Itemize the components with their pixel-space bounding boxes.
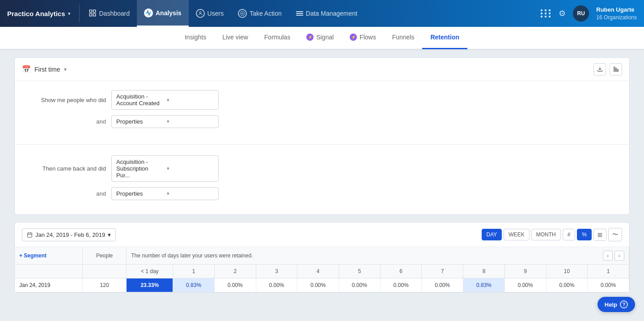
count-format-button[interactable]: # <box>563 229 576 240</box>
col-10: 10 <box>546 265 588 278</box>
cell-1: 0.83% <box>173 278 215 292</box>
signal-label: Signal <box>316 34 334 41</box>
svg-rect-1 <box>93 10 95 12</box>
month-view-button[interactable]: MONTH <box>531 229 561 240</box>
apps-grid-icon[interactable] <box>541 9 551 17</box>
people-header: People <box>82 247 126 265</box>
filter-card-header-right <box>593 63 622 76</box>
user-orgs: 16 Organizations <box>596 14 637 21</box>
svg-rect-0 <box>89 10 92 12</box>
subscription-arrow: ▾ <box>167 166 214 171</box>
date-range-label: Jan 24, 2019 - Feb 6, 2019 <box>35 231 105 238</box>
analysis-icon <box>144 9 153 17</box>
brand-logo[interactable]: Practico Analytics ▾ <box>7 10 77 17</box>
nav-item-data-management[interactable]: Data Management <box>289 0 364 27</box>
view-controls: DAY WEEK MONTH # % ⊞ 〜 <box>482 228 623 241</box>
users-icon <box>196 9 205 18</box>
col-prev-button[interactable]: ‹ <box>603 251 613 261</box>
acquisition-event-value: Acquisition - Account Created <box>116 93 163 107</box>
first-time-dropdown-icon[interactable]: ▾ <box>64 66 67 73</box>
tab-insights[interactable]: Insights <box>177 27 214 49</box>
user-avatar[interactable]: RU <box>573 5 589 21</box>
grid-dot <box>545 16 547 17</box>
help-question-icon: ? <box>620 300 628 308</box>
cell-2: 0.00% <box>214 278 256 292</box>
nav-item-users[interactable]: Users <box>189 0 231 27</box>
table-col-headers: < 1 day 1 2 3 4 5 6 7 8 9 10 1 <box>15 265 629 278</box>
settings-gear-icon[interactable]: ⚙ <box>559 9 566 18</box>
tab-flows[interactable]: ⚡ Flows <box>342 27 384 49</box>
cell-3: 0.00% <box>256 278 297 292</box>
tab-live-view[interactable]: Live view <box>214 27 256 49</box>
tab-funnels[interactable]: Funnels <box>384 27 423 49</box>
data-management-icon <box>296 11 303 16</box>
and-label-1: and <box>25 118 106 125</box>
svg-rect-2 <box>93 13 95 16</box>
chart-button[interactable] <box>610 63 622 76</box>
brand-name: Practico Analytics <box>7 10 65 17</box>
nav-dashboard-label: Dashboard <box>99 10 130 17</box>
properties-arrow-1: ▾ <box>167 119 214 124</box>
calendar-icon: 📅 <box>22 65 31 73</box>
help-button[interactable]: Help ? <box>597 297 635 312</box>
col-8: 8 <box>463 265 505 278</box>
svg-rect-9 <box>615 68 616 71</box>
col-next-button[interactable]: › <box>614 251 624 261</box>
properties-select-2[interactable]: Properties ▾ <box>111 187 219 200</box>
grid-dot <box>545 9 547 11</box>
funnels-label: Funnels <box>392 34 415 41</box>
table-desc-label: The number of days later your users were… <box>131 253 253 259</box>
filter-card: 📅 First time ▾ Show me people who did Ac… <box>14 57 630 215</box>
acquisition-event-select[interactable]: Acquisition - Account Created ▾ <box>111 90 219 110</box>
show-me-label: Show me people who did <box>25 97 106 103</box>
people-col-header <box>82 265 126 278</box>
segment-header[interactable]: + Segment <box>15 247 82 265</box>
segment-col-header <box>15 265 82 278</box>
week-view-button[interactable]: WEEK <box>504 229 529 240</box>
nav-item-take-action[interactable]: Take Action <box>231 0 289 27</box>
month-label: MONTH <box>536 231 556 238</box>
line-view-button[interactable]: 〜 <box>608 228 622 241</box>
tab-signal[interactable]: ⚡ Signal <box>298 27 342 49</box>
col-6: 6 <box>380 265 422 278</box>
grid-dot <box>541 16 542 17</box>
filter-row-event: Show me people who did Acquisition - Acc… <box>25 90 619 110</box>
day-view-button[interactable]: DAY <box>482 229 502 240</box>
signal-icon: ⚡ <box>306 34 314 41</box>
retention-desc-header: The number of days later your users were… <box>127 247 629 265</box>
subscription-event-select[interactable]: Acquisition - Subscription Pur... ▾ <box>111 155 219 182</box>
retention-card-header: Jan 24, 2019 - Feb 6, 2019 ▾ DAY WEEK MO… <box>15 223 629 247</box>
col-1: 1 <box>173 265 215 278</box>
nav-item-analysis[interactable]: Analysis <box>137 0 189 27</box>
live-view-label: Live view <box>222 34 248 41</box>
properties-select-1[interactable]: Properties ▾ <box>111 115 219 128</box>
sub-nav: Insights Live view Formulas ⚡ Signal ⚡ F… <box>0 27 644 49</box>
properties-value-1: Properties <box>116 118 163 125</box>
flows-icon: ⚡ <box>350 34 357 41</box>
svg-point-5 <box>240 11 245 16</box>
first-time-label: First time <box>34 66 60 73</box>
tab-retention[interactable]: Retention <box>422 27 467 49</box>
top-nav: Practico Analytics ▾ Dashboard Analysis … <box>0 0 644 27</box>
svg-rect-8 <box>614 67 614 72</box>
nav-item-dashboard[interactable]: Dashboard <box>81 0 137 27</box>
tab-formulas[interactable]: Formulas <box>256 27 298 49</box>
percent-format-button[interactable]: % <box>577 229 592 240</box>
filter-card-header-left: 📅 First time ▾ <box>22 65 67 73</box>
retention-table: + Segment People The number of days late… <box>15 247 629 292</box>
help-label: Help <box>605 301 617 308</box>
day-label: DAY <box>487 231 497 238</box>
download-button[interactable] <box>593 63 606 76</box>
nav-users-label: Users <box>208 10 224 17</box>
flows-label: Flows <box>360 34 376 41</box>
grid-view-button[interactable]: ⊞ <box>593 229 606 241</box>
grid-dot <box>541 13 542 14</box>
col-4: 4 <box>297 265 339 278</box>
cell-10: 0.00% <box>546 278 588 292</box>
take-action-icon <box>238 9 247 18</box>
and-label-2: and <box>25 190 106 197</box>
insights-label: Insights <box>185 34 206 41</box>
filter-section-2: Then came back and did Acquisition - Sub… <box>15 146 629 214</box>
date-range-button[interactable]: Jan 24, 2019 - Feb 6, 2019 ▾ <box>22 228 116 241</box>
svg-rect-11 <box>28 233 32 237</box>
